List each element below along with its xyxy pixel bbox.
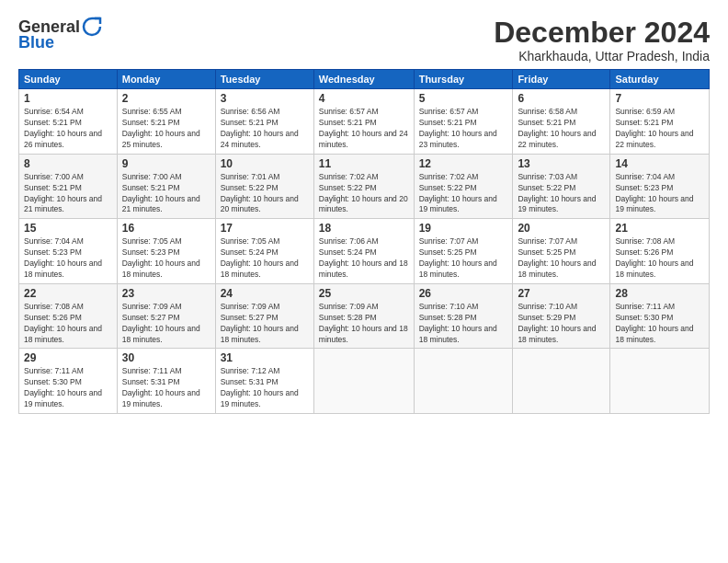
- day-number: 1: [24, 92, 112, 105]
- day-info: Sunrise: 7:00 AM Sunset: 5:21 PM Dayligh…: [122, 172, 210, 216]
- title-area: December 2024 Kharkhauda, Uttar Pradesh,…: [494, 17, 710, 63]
- day-info: Sunrise: 7:09 AM Sunset: 5:27 PM Dayligh…: [122, 302, 210, 346]
- day-number: 2: [122, 92, 210, 105]
- table-row: 11 Sunrise: 7:02 AM Sunset: 5:22 PM Dayl…: [313, 154, 414, 219]
- header-sunday: Sunday: [19, 70, 118, 89]
- day-info: Sunrise: 7:02 AM Sunset: 5:22 PM Dayligh…: [419, 172, 508, 216]
- header-thursday: Thursday: [414, 70, 513, 89]
- day-number: 4: [319, 92, 409, 105]
- day-info: Sunrise: 6:59 AM Sunset: 5:21 PM Dayligh…: [615, 107, 704, 151]
- day-number: 6: [518, 92, 605, 105]
- day-info: Sunrise: 6:57 AM Sunset: 5:21 PM Dayligh…: [319, 107, 409, 151]
- calendar-table: Sunday Monday Tuesday Wednesday Thursday…: [18, 69, 710, 414]
- table-row: 5 Sunrise: 6:57 AM Sunset: 5:21 PM Dayli…: [414, 89, 513, 155]
- table-row: 22 Sunrise: 7:08 AM Sunset: 5:26 PM Dayl…: [19, 283, 118, 349]
- day-info: Sunrise: 7:08 AM Sunset: 5:26 PM Dayligh…: [24, 302, 112, 346]
- day-info: Sunrise: 7:11 AM Sunset: 5:30 PM Dayligh…: [24, 366, 112, 410]
- day-info: Sunrise: 7:04 AM Sunset: 5:23 PM Dayligh…: [24, 236, 112, 281]
- table-row: 31 Sunrise: 7:12 AM Sunset: 5:31 PM Dayl…: [215, 349, 313, 414]
- day-number: 31: [221, 351, 309, 364]
- day-number: 29: [24, 351, 112, 364]
- table-row: 2 Sunrise: 6:55 AM Sunset: 5:21 PM Dayli…: [117, 89, 215, 155]
- day-number: 7: [615, 92, 704, 105]
- day-info: Sunrise: 7:04 AM Sunset: 5:23 PM Dayligh…: [615, 172, 704, 216]
- table-row: [513, 349, 610, 414]
- calendar-week-row: 29 Sunrise: 7:11 AM Sunset: 5:30 PM Dayl…: [19, 349, 710, 414]
- day-info: Sunrise: 6:57 AM Sunset: 5:21 PM Dayligh…: [419, 107, 508, 151]
- table-row: 23 Sunrise: 7:09 AM Sunset: 5:27 PM Dayl…: [117, 283, 215, 349]
- table-row: 14 Sunrise: 7:04 AM Sunset: 5:23 PM Dayl…: [610, 154, 710, 219]
- day-info: Sunrise: 7:11 AM Sunset: 5:31 PM Dayligh…: [122, 366, 210, 410]
- table-row: 17 Sunrise: 7:05 AM Sunset: 5:24 PM Dayl…: [215, 219, 313, 284]
- calendar-week-row: 8 Sunrise: 7:00 AM Sunset: 5:21 PM Dayli…: [19, 154, 710, 219]
- day-info: Sunrise: 7:12 AM Sunset: 5:31 PM Dayligh…: [221, 366, 309, 410]
- table-row: 3 Sunrise: 6:56 AM Sunset: 5:21 PM Dayli…: [215, 89, 313, 155]
- day-number: 14: [615, 157, 704, 170]
- day-number: 30: [122, 351, 210, 364]
- day-number: 10: [221, 157, 309, 170]
- table-row: 27 Sunrise: 7:10 AM Sunset: 5:29 PM Dayl…: [513, 283, 610, 349]
- day-number: 21: [615, 222, 704, 235]
- table-row: 21 Sunrise: 7:08 AM Sunset: 5:26 PM Dayl…: [610, 219, 710, 284]
- table-row: 16 Sunrise: 7:05 AM Sunset: 5:23 PM Dayl…: [117, 219, 215, 284]
- day-number: 8: [24, 157, 112, 170]
- table-row: 18 Sunrise: 7:06 AM Sunset: 5:24 PM Dayl…: [313, 219, 414, 284]
- day-info: Sunrise: 7:05 AM Sunset: 5:23 PM Dayligh…: [122, 236, 210, 281]
- day-info: Sunrise: 7:07 AM Sunset: 5:25 PM Dayligh…: [419, 236, 508, 281]
- day-info: Sunrise: 7:00 AM Sunset: 5:21 PM Dayligh…: [24, 172, 112, 216]
- logo-blue-text: Blue: [18, 33, 54, 52]
- table-row: 24 Sunrise: 7:09 AM Sunset: 5:27 PM Dayl…: [215, 283, 313, 349]
- day-number: 25: [319, 287, 409, 300]
- table-row: [610, 349, 710, 414]
- day-info: Sunrise: 7:09 AM Sunset: 5:27 PM Dayligh…: [221, 302, 309, 346]
- day-number: 19: [419, 222, 508, 235]
- table-row: 10 Sunrise: 7:01 AM Sunset: 5:22 PM Dayl…: [215, 154, 313, 219]
- calendar-header-row: Sunday Monday Tuesday Wednesday Thursday…: [19, 70, 710, 89]
- day-number: 5: [419, 92, 508, 105]
- table-row: 4 Sunrise: 6:57 AM Sunset: 5:21 PM Dayli…: [313, 89, 414, 155]
- day-info: Sunrise: 7:11 AM Sunset: 5:30 PM Dayligh…: [615, 302, 704, 346]
- day-number: 28: [615, 287, 704, 300]
- table-row: 30 Sunrise: 7:11 AM Sunset: 5:31 PM Dayl…: [117, 349, 215, 414]
- header-friday: Friday: [513, 70, 610, 89]
- day-number: 15: [24, 222, 112, 235]
- day-info: Sunrise: 7:10 AM Sunset: 5:28 PM Dayligh…: [419, 302, 508, 346]
- table-row: 12 Sunrise: 7:02 AM Sunset: 5:22 PM Dayl…: [414, 154, 513, 219]
- table-row: [313, 349, 414, 414]
- day-info: Sunrise: 7:02 AM Sunset: 5:22 PM Dayligh…: [319, 172, 409, 216]
- table-row: 9 Sunrise: 7:00 AM Sunset: 5:21 PM Dayli…: [117, 154, 215, 219]
- main-title: December 2024: [494, 17, 710, 49]
- day-number: 26: [419, 287, 508, 300]
- day-info: Sunrise: 6:58 AM Sunset: 5:21 PM Dayligh…: [518, 107, 605, 151]
- subtitle: Kharkhauda, Uttar Pradesh, India: [494, 49, 710, 63]
- day-info: Sunrise: 7:01 AM Sunset: 5:22 PM Dayligh…: [221, 172, 309, 216]
- day-info: Sunrise: 7:10 AM Sunset: 5:29 PM Dayligh…: [518, 302, 605, 346]
- header-wednesday: Wednesday: [313, 70, 414, 89]
- table-row: 25 Sunrise: 7:09 AM Sunset: 5:28 PM Dayl…: [313, 283, 414, 349]
- table-row: 26 Sunrise: 7:10 AM Sunset: 5:28 PM Dayl…: [414, 283, 513, 349]
- table-row: 29 Sunrise: 7:11 AM Sunset: 5:30 PM Dayl…: [19, 349, 118, 414]
- calendar-week-row: 1 Sunrise: 6:54 AM Sunset: 5:21 PM Dayli…: [19, 89, 710, 155]
- day-number: 16: [122, 222, 210, 235]
- day-number: 17: [221, 222, 309, 235]
- day-info: Sunrise: 7:06 AM Sunset: 5:24 PM Dayligh…: [319, 236, 409, 281]
- day-info: Sunrise: 7:08 AM Sunset: 5:26 PM Dayligh…: [615, 236, 704, 281]
- day-number: 27: [518, 287, 605, 300]
- day-number: 9: [122, 157, 210, 170]
- day-info: Sunrise: 6:56 AM Sunset: 5:21 PM Dayligh…: [221, 107, 309, 151]
- table-row: 19 Sunrise: 7:07 AM Sunset: 5:25 PM Dayl…: [414, 219, 513, 284]
- table-row: 15 Sunrise: 7:04 AM Sunset: 5:23 PM Dayl…: [19, 219, 118, 284]
- day-number: 13: [518, 157, 605, 170]
- table-row: [414, 349, 513, 414]
- day-info: Sunrise: 7:09 AM Sunset: 5:28 PM Dayligh…: [319, 302, 409, 346]
- table-row: 8 Sunrise: 7:00 AM Sunset: 5:21 PM Dayli…: [19, 154, 118, 219]
- table-row: 1 Sunrise: 6:54 AM Sunset: 5:21 PM Dayli…: [19, 89, 118, 155]
- table-row: 28 Sunrise: 7:11 AM Sunset: 5:30 PM Dayl…: [610, 283, 710, 349]
- day-number: 22: [24, 287, 112, 300]
- calendar-week-row: 15 Sunrise: 7:04 AM Sunset: 5:23 PM Dayl…: [19, 219, 710, 284]
- day-info: Sunrise: 7:07 AM Sunset: 5:25 PM Dayligh…: [518, 236, 605, 281]
- header-saturday: Saturday: [610, 70, 710, 89]
- table-row: 13 Sunrise: 7:03 AM Sunset: 5:22 PM Dayl…: [513, 154, 610, 219]
- page: General Blue December 2024 Kharkhauda, U…: [0, 0, 728, 563]
- header-tuesday: Tuesday: [215, 70, 313, 89]
